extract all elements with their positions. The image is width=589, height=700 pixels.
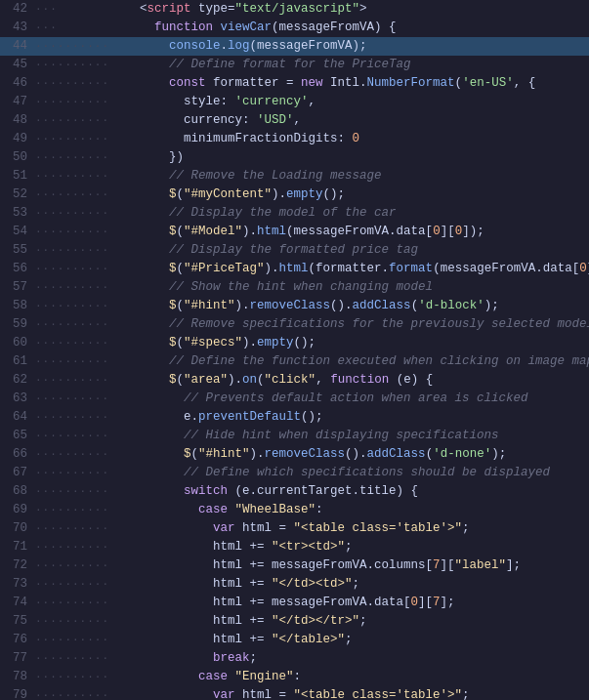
line-number: 58 [0, 297, 35, 315]
line-indent-dots: ·········· [35, 37, 123, 56]
line-content: console.log(messageFromVA); [123, 37, 589, 56]
line-indent-dots: ·········· [35, 130, 123, 148]
line-number: 56 [0, 260, 35, 278]
line-indent-dots: ·········· [35, 204, 123, 223]
line-content: break; [123, 649, 589, 668]
line-content: switch (e.currentTarget.title) { [123, 482, 589, 501]
code-line: 62·········· $("area").on("click", funct… [0, 371, 589, 390]
code-line: 44·········· console.log(messageFromVA); [0, 37, 589, 56]
code-line: 66·········· $("#hint").removeClass().ad… [0, 445, 589, 464]
line-number: 75 [0, 612, 35, 631]
line-content: $("#Model").html(messageFromVA.data[0][0… [123, 223, 589, 241]
line-number: 50 [0, 148, 35, 167]
line-content: // Define format for the PriceTag [123, 56, 589, 74]
code-line: 42··· <script type="text/javascript"> [0, 0, 589, 19]
code-line: 72·········· html += messageFromVA.colum… [0, 556, 589, 575]
code-line: 79·········· var html = "<table class='t… [0, 686, 589, 700]
line-indent-dots: ·········· [35, 649, 123, 668]
line-number: 48 [0, 111, 35, 130]
code-line: 48·········· currency: 'USD', [0, 111, 589, 130]
line-content: html += "<tr><td>"; [123, 538, 589, 556]
line-content: // Prevents default action when area is … [123, 390, 589, 408]
line-content: // Define which specifications should be… [123, 464, 589, 482]
line-content: $("#specs").empty(); [123, 334, 589, 352]
line-number: 67 [0, 464, 35, 482]
line-indent-dots: ·········· [35, 575, 123, 594]
line-number: 63 [0, 390, 35, 408]
code-line: 47·········· style: 'currency', [0, 93, 589, 111]
line-number: 73 [0, 575, 35, 594]
code-line: 52·········· $("#myContent").empty(); [0, 185, 589, 204]
code-line: 58·········· $("#hint").removeClass().ad… [0, 297, 589, 315]
line-indent-dots: ·········· [35, 223, 123, 241]
line-content: // Remove the Loading message [123, 167, 589, 185]
line-content: html += messageFromVA.columns[7]["label"… [123, 556, 589, 575]
line-content: $("area").on("click", function (e) { [123, 371, 589, 390]
line-content: // Display the formatted price tag [123, 241, 589, 260]
code-line: 68·········· switch (e.currentTarget.tit… [0, 482, 589, 501]
line-indent-dots: ·········· [35, 519, 123, 538]
line-indent-dots: ·········· [35, 334, 123, 352]
code-line: 43··· function viewCar(messageFromVA) { [0, 19, 589, 37]
line-number: 71 [0, 538, 35, 556]
line-number: 47 [0, 93, 35, 111]
code-line: 61·········· // Define the function exec… [0, 352, 589, 371]
line-number: 76 [0, 631, 35, 649]
line-content: $("#myContent").empty(); [123, 185, 589, 204]
line-indent-dots: ·········· [35, 241, 123, 260]
line-number: 74 [0, 594, 35, 612]
line-indent-dots: ·········· [35, 556, 123, 575]
line-number: 53 [0, 204, 35, 223]
line-indent-dots: ·········· [35, 56, 123, 74]
line-number: 77 [0, 649, 35, 668]
code-line: 71·········· html += "<tr><td>"; [0, 538, 589, 556]
code-line: 55·········· // Display the formatted pr… [0, 241, 589, 260]
line-content: // Hide hint when displaying specificati… [123, 427, 589, 445]
code-line: 49·········· minimumFractionDigits: 0 [0, 130, 589, 148]
line-content: <script type="text/javascript"> [123, 0, 589, 19]
line-number: 57 [0, 278, 35, 297]
line-content: var html = "<table class='table'>"; [123, 519, 589, 538]
line-indent-dots: ·········· [35, 371, 123, 390]
line-indent-dots: ··· [35, 19, 123, 37]
code-line: 70·········· var html = "<table class='t… [0, 519, 589, 538]
line-content: // Show the hint when changing model [123, 278, 589, 297]
line-number: 45 [0, 56, 35, 74]
line-content: }) [123, 148, 589, 167]
line-content: const formatter = new Intl.NumberFormat(… [123, 74, 589, 93]
code-line: 59·········· // Remove specifications fo… [0, 315, 589, 334]
line-content: html += "</td><td>"; [123, 575, 589, 594]
line-number: 43 [0, 19, 35, 37]
line-indent-dots: ·········· [35, 686, 123, 700]
line-number: 69 [0, 501, 35, 519]
line-number: 51 [0, 167, 35, 185]
code-line: 63·········· // Prevents default action … [0, 390, 589, 408]
line-number: 49 [0, 130, 35, 148]
line-number: 52 [0, 185, 35, 204]
code-line: 50·········· }) [0, 148, 589, 167]
line-indent-dots: ·········· [35, 482, 123, 501]
line-content: $("#PriceTag").html(formatter.format(mes… [123, 260, 589, 278]
line-content: html += "</table>"; [123, 631, 589, 649]
line-number: 61 [0, 352, 35, 371]
line-number: 72 [0, 556, 35, 575]
line-number: 62 [0, 371, 35, 390]
line-number: 66 [0, 445, 35, 464]
line-indent-dots: ··· [35, 0, 123, 19]
line-number: 42 [0, 0, 35, 19]
code-line: 74·········· html += messageFromVA.data[… [0, 594, 589, 612]
code-line: 75·········· html += "</td></tr>"; [0, 612, 589, 631]
code-line: 51·········· // Remove the Loading messa… [0, 167, 589, 185]
line-number: 46 [0, 74, 35, 93]
line-indent-dots: ·········· [35, 427, 123, 445]
line-indent-dots: ·········· [35, 93, 123, 111]
code-line: 45·········· // Define format for the Pr… [0, 56, 589, 74]
line-content: minimumFractionDigits: 0 [123, 130, 589, 148]
line-indent-dots: ·········· [35, 260, 123, 278]
line-indent-dots: ·········· [35, 167, 123, 185]
line-content: var html = "<table class='table'>"; [123, 686, 589, 700]
line-indent-dots: ·········· [35, 352, 123, 371]
line-content: case "Engine": [123, 668, 589, 686]
line-content: case "WheelBase": [123, 501, 589, 519]
code-line: 69·········· case "WheelBase": [0, 501, 589, 519]
